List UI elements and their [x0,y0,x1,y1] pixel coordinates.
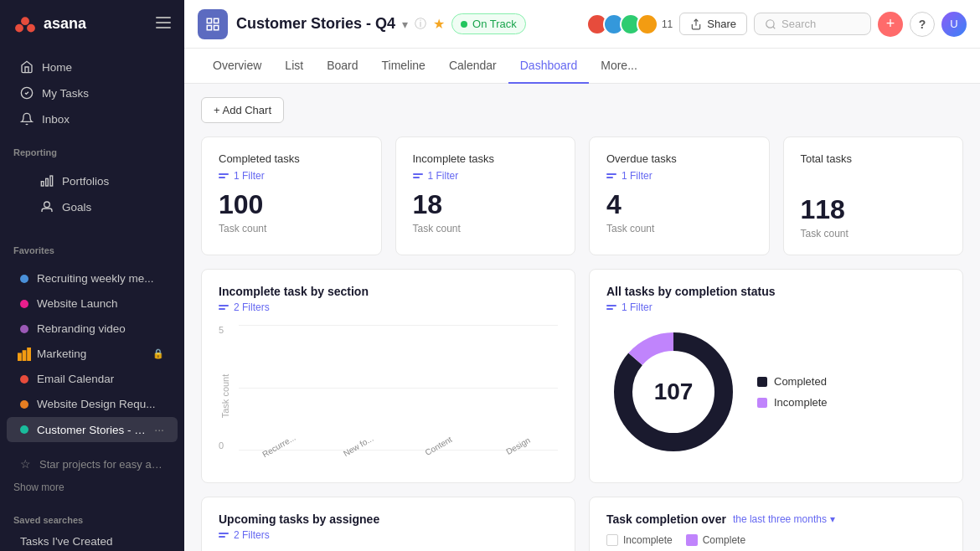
stat-card-incomplete: Incomplete tasks 1 Filter 18 Task count [395,136,576,255]
bar-group-1: Recurre... [247,435,310,451]
sidebar-item-tasks-created[interactable]: Tasks I've Created [7,529,178,551]
filter-tag-completed[interactable]: 1 Filter [219,170,364,182]
sidebar-item-inbox[interactable]: Inbox [7,106,178,131]
svg-rect-8 [46,178,49,186]
stat-title-completed: Completed tasks [219,152,364,165]
donut-chart-filter[interactable]: 1 Filter [606,301,946,313]
project-title-row: Customer Stories - Q4 ▾ ⓘ ★ On Track [236,13,578,34]
sidebar-item-portfolios-label: Portfolios [62,175,164,188]
sidebar-menu-icon[interactable] [156,15,171,33]
bar-label-1: Recurre... [260,433,297,459]
sidebar-item-my-tasks-label: My Tasks [42,87,164,100]
topbar-right: 11 Share Search + ? U [586,12,967,37]
show-more-link[interactable]: Show more [0,478,184,497]
reporting-section-label: Reporting [0,139,184,161]
topbar: Customer Stories - Q4 ▾ ⓘ ★ On Track 11 … [184,0,980,49]
sidebar-item-website-design[interactable]: Website Design Requ... [7,392,178,416]
search-box[interactable]: Search [754,13,871,35]
tab-list[interactable]: List [273,49,315,84]
donut-filter-text: 1 Filter [622,301,652,313]
filter-tag-incomplete[interactable]: 1 Filter [413,170,559,182]
asana-logo-text: asana [44,15,86,33]
star-empty-icon: ☆ [20,457,31,471]
project-title: Customer Stories - Q4 [236,15,395,33]
sidebar-item-marketing[interactable]: Marketing 🔒 [7,342,178,366]
chevron-down-icon[interactable]: ▾ [402,18,408,31]
sidebar-item-recruiting-label: Recruiting weekly me... [37,272,164,285]
stat-label-completed: Task count [219,223,364,234]
bottom-card-assignee-title: Upcoming tasks by assignee [219,512,558,526]
stat-label-total: Task count [801,228,946,239]
favorites-section-label: Favorites [0,237,184,259]
tab-bar: Overview List Board Timeline Calendar Da… [184,49,980,84]
donut-legend: Completed Incomplete [757,375,828,409]
sidebar-item-customer-stories[interactable]: Customer Stories - Q4 ··· [7,417,178,442]
asana-logo-icon [13,12,37,35]
sidebar-item-my-tasks[interactable]: My Tasks [7,80,178,106]
share-label: Share [707,18,736,30]
sidebar-item-email-calendar[interactable]: Email Calendar [7,367,178,391]
three-dots-icon[interactable]: ··· [154,423,164,436]
tab-calendar[interactable]: Calendar [437,49,508,84]
svg-rect-12 [23,350,27,361]
saved-searches-label: Saved searches [0,507,184,528]
add-chart-label: + Add Chart [214,104,271,116]
user-avatar[interactable]: U [941,12,967,37]
bar-chart-filter[interactable]: 2 Filters [219,301,558,313]
bottom-filter-text: 2 Filters [234,529,270,541]
stat-card-total: Total tasks 118 Task count [783,136,964,255]
svg-rect-9 [41,182,44,186]
bottom-card-assignee-filter[interactable]: 2 Filters [219,529,558,541]
bar-chart-card: Incomplete task by section 2 Filters 5 0 [201,269,575,483]
tab-dashboard[interactable]: Dashboard [508,49,590,84]
bar-group-3: Content [407,435,470,451]
avatars-row: 11 [586,13,673,35]
tab-timeline[interactable]: Timeline [370,49,437,84]
status-badge[interactable]: On Track [451,13,526,34]
stats-row: Completed tasks 1 Filter 100 Task count … [201,136,963,255]
chart-row: Incomplete task by section 2 Filters 5 0 [201,269,963,483]
star-filled-icon[interactable]: ★ [433,16,445,32]
search-icon [765,18,776,30]
svg-rect-16 [214,25,219,29]
tab-overview[interactable]: Overview [201,49,273,84]
legend-item-incomplete: Incomplete [757,396,828,409]
bell-icon [20,112,34,126]
donut-area: 107 Completed Incomplete [606,325,946,459]
share-button[interactable]: Share [679,13,747,35]
reporting-nav: Portfolios Goals [0,161,184,227]
tab-board[interactable]: Board [315,49,369,84]
goals-icon [40,200,54,214]
filter-lines-donut [606,305,616,310]
help-button[interactable]: ? [910,12,935,37]
filter-text-overdue: 1 Filter [622,170,652,182]
sidebar-item-website-launch[interactable]: Website Launch [7,291,178,316]
sidebar-item-customer-stories-label: Customer Stories - Q4 [37,424,146,436]
sidebar-item-star-projects[interactable]: ☆ Star projects for easy access [7,451,178,476]
period-text: the last three months [733,513,827,525]
tab-more[interactable]: More... [589,49,649,84]
stat-title-incomplete: Incomplete tasks [413,152,559,165]
filter-tag-overdue[interactable]: 1 Filter [606,170,752,182]
sidebar-item-website-design-label: Website Design Requ... [37,398,164,410]
sidebar-item-recruiting[interactable]: Recruiting weekly me... [7,266,178,291]
sidebar-item-rebranding[interactable]: Rebranding video [7,317,178,341]
bar-label-4: Design [504,435,531,456]
sidebar-item-website-launch-label: Website Launch [37,297,164,310]
y-label-5: 5 [219,325,224,335]
sidebar-item-tasks-created-label: Tasks I've Created [20,535,164,548]
legend-square-incomplete [606,534,618,546]
dot-teal [20,425,28,434]
add-button[interactable]: + [878,12,903,37]
info-icon[interactable]: ⓘ [415,17,426,32]
add-chart-button[interactable]: + Add Chart [201,97,284,123]
dot-orange [20,400,28,409]
period-selector[interactable]: the last three months ▾ [733,513,835,525]
bottom-row: Upcoming tasks by assignee 2 Filters Tas… [201,497,963,551]
sidebar-item-home[interactable]: Home [7,54,178,80]
sidebar-item-goals[interactable]: Goals [27,194,178,219]
filter-lines-bar [219,305,229,310]
bar-chart-area: 5 0 Recurre... [219,325,558,467]
search-placeholder: Search [781,18,816,30]
sidebar-item-portfolios[interactable]: Portfolios [27,168,178,193]
